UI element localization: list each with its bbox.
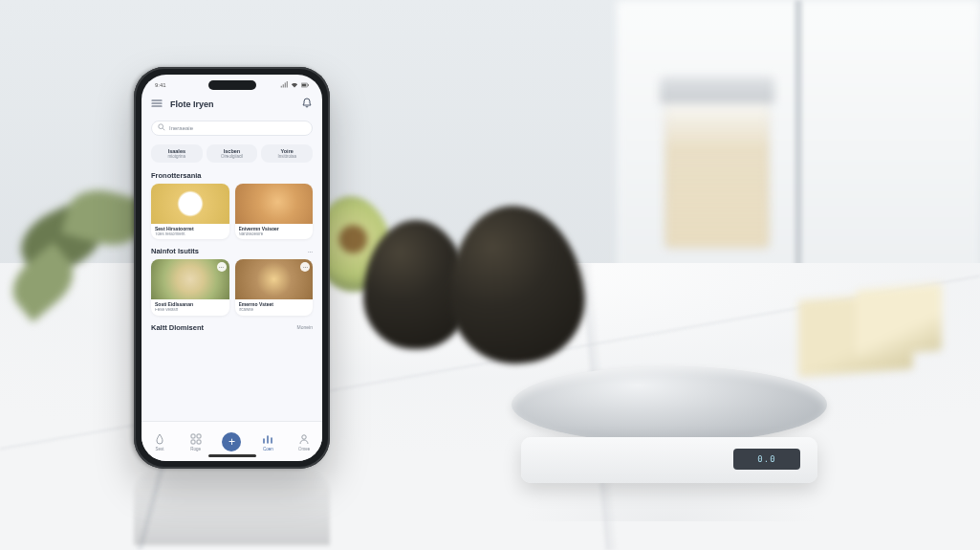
phone-reflection [134,469,330,545]
nav-tab[interactable]: Roge [178,432,214,451]
battery-icon [301,81,309,90]
wifi-icon [291,81,298,90]
recipe-card[interactable]: ⋯ Sosti Eidlssanan Fese veiash [151,259,229,315]
home-indicator[interactable] [208,454,256,457]
status-time: 9:41 [155,82,166,88]
nav-tab[interactable]: Omee [286,432,322,451]
plus-icon: + [222,432,241,451]
svg-rect-6 [191,440,195,444]
filter-chip[interactable]: Isaales miotgrina [151,144,203,163]
drop-icon [153,432,166,446]
smartphone: 9:41 Flote Iryen Ineraeaie Isaales [134,67,330,469]
filter-chip[interactable]: Iscben Oireolgiiacil [207,144,258,163]
recipe-row: Sest Hirsstoorret Yoes fesiomient Eniver… [142,182,322,243]
recipe-thumb [151,184,229,224]
svg-rect-4 [191,434,195,438]
section-heading: Fronottersania [151,171,202,180]
nav-label: Coen [263,447,273,451]
svg-rect-5 [197,434,201,438]
recipe-subtitle: Ircawite [239,308,310,313]
section-header: Nainfot Isutits ⋯ [142,243,322,257]
scale-base: 0.0 [521,437,817,483]
kitchen-scene: 0.0 9:41 Flote Iryen Iner [0,0,980,550]
card-badge-icon[interactable]: ⋯ [300,262,310,272]
filter-chip-row: Isaales miotgrina Iscben Oireolgiiacil Y… [142,140,322,167]
window-frame [795,0,802,287]
nav-label: Roge [190,447,201,451]
recipe-thumb [235,184,314,224]
nav-label: Sest [155,447,163,451]
nav-tab[interactable]: Coen [250,432,286,451]
recipe-subtitle: Naroteoesire [239,232,310,237]
grid-icon [189,432,203,446]
scale-display: 0.0 [733,449,800,470]
menu-icon[interactable] [151,98,163,111]
section-heading: Nainfot Isutits [151,247,199,255]
svg-rect-2 [308,84,309,86]
nav-tab[interactable]: Sest [142,432,178,451]
recipe-card[interactable]: ⋯ Emermo Vsteet Ircawite [235,259,314,315]
recipe-card[interactable]: Sest Hirsstoorret Yoes fesiomient [151,184,229,239]
chip-subtitle: Oireolgiiacil [208,154,256,159]
section-header: Kaltt Dlomisent Monein [142,319,322,334]
recipe-subtitle: Fese veiash [155,308,226,313]
svg-rect-7 [197,440,201,444]
nav-label: Omee [298,447,310,451]
section-heading: Kaltt Dlomisent [151,323,204,332]
svg-point-3 [159,124,163,129]
signal-icon [280,81,288,90]
svg-rect-1 [302,83,307,86]
section-more-icon[interactable]: ⋯ [308,249,313,254]
recipe-thumb: ⋯ [235,259,314,299]
chip-subtitle: miotgrina [153,154,201,159]
recipe-thumb: ⋯ [151,259,229,299]
phone-notch [208,80,256,90]
scale-reading: 0.0 [757,454,775,464]
chart-icon [261,432,274,446]
section-header: Fronottersania [142,167,322,182]
scale-plate [512,366,827,443]
app-header: Flote Iryen [142,92,322,117]
kitchen-scale: 0.0 [512,320,827,483]
recipe-subtitle: Yoes fesiomient [155,232,226,237]
nav-add-button[interactable]: + [214,432,250,451]
app-title: Flote Iryen [170,99,294,109]
user-icon [297,432,311,446]
bell-icon[interactable] [301,98,313,111]
recipe-card[interactable]: Enivermn Vsisoer Naroteoesire [235,184,314,239]
filter-chip[interactable]: Yoire Insittroiaa [261,144,313,163]
card-badge-icon[interactable]: ⋯ [217,262,227,272]
section-more[interactable]: Monein [297,324,313,330]
search-placeholder: Ineraeaie [169,125,193,131]
search-icon [158,123,165,133]
chip-subtitle: Insittroiaa [263,154,311,159]
bottom-nav: Sest Roge + Coen Omee [142,421,322,461]
phone-screen: 9:41 Flote Iryen Ineraeaie Isaales [142,75,322,461]
jar-of-milk [655,67,779,249]
recipe-row: ⋯ Sosti Eidlssanan Fese veiash ⋯ Emermo … [142,257,322,319]
search-input[interactable]: Ineraeaie [151,121,313,136]
svg-point-8 [302,434,306,438]
